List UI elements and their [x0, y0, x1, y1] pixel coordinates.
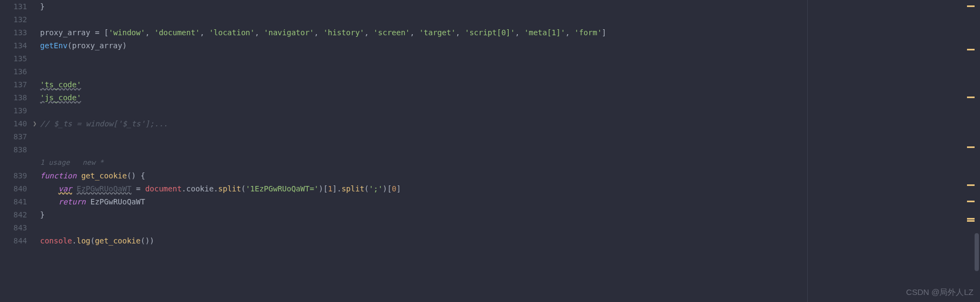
code-line[interactable] — [40, 130, 980, 143]
code-line[interactable]: proxy_array = ['window', 'document', 'lo… — [40, 26, 980, 39]
code-editor[interactable]: 1311321331341351361371381391408378388398… — [0, 0, 980, 302]
code-line[interactable] — [40, 52, 980, 65]
bracket: [ — [323, 184, 328, 193]
comma: , — [565, 28, 574, 37]
minimap-mark[interactable] — [967, 218, 975, 220]
paren: ) — [150, 236, 154, 245]
bracket: ] — [333, 184, 337, 193]
indent — [40, 197, 59, 206]
string-unused: 'js_code' — [40, 93, 81, 102]
minimap-mark[interactable] — [967, 201, 975, 202]
code-line[interactable] — [40, 104, 980, 117]
line-number: 839 — [0, 169, 27, 182]
line-number: 133 — [0, 26, 27, 39]
fold-column[interactable]: ❯ — [31, 0, 38, 302]
minimap-mark[interactable] — [967, 97, 975, 98]
dot: . — [213, 184, 218, 193]
code-line[interactable]: getEnv(proxy_array) — [40, 39, 980, 52]
fold-expand-icon[interactable]: ❯ — [31, 117, 38, 130]
line-number: 134 — [0, 39, 27, 52]
comma: , — [200, 28, 209, 37]
comma: , — [145, 28, 154, 37]
fold-cell — [31, 91, 38, 104]
minimap-mark[interactable] — [967, 49, 975, 50]
identifier: proxy_array — [40, 28, 90, 37]
string: 'history' — [323, 28, 365, 37]
code-line[interactable]: var EzPGwRUoQaWT = document.cookie.split… — [40, 182, 980, 195]
code-line[interactable] — [40, 13, 980, 26]
string: ';' — [369, 184, 382, 193]
string-unused: 'ts_code' — [40, 80, 81, 89]
code-line[interactable]: 'js_code' — [40, 91, 980, 104]
line-number: 843 — [0, 221, 27, 234]
fold-cell — [31, 13, 38, 26]
code-line[interactable]: } — [40, 0, 980, 13]
string: 'meta[1]' — [524, 28, 566, 37]
code-line[interactable]: return EzPGwRUoQaWT — [40, 195, 980, 208]
comma: , — [410, 28, 419, 37]
paren: ( — [365, 184, 369, 193]
paren: ) — [319, 184, 323, 193]
line-number: 837 — [0, 130, 27, 143]
scrollbar-thumb[interactable] — [975, 233, 979, 271]
paren: ( — [90, 236, 95, 245]
line-number: 840 — [0, 182, 27, 195]
code-line-folded[interactable]: // $_ts = window['$_ts'];... — [40, 117, 980, 130]
identifier: document — [145, 184, 181, 193]
space — [86, 197, 90, 206]
string: 'script[0]' — [465, 28, 515, 37]
space — [76, 171, 81, 180]
identifier: console — [40, 236, 72, 245]
code-line[interactable]: console.log(get_cookie()) — [40, 234, 980, 247]
function-call: get_cookie — [95, 236, 140, 245]
fold-cell — [31, 143, 38, 156]
line-number: 137 — [0, 78, 27, 91]
line-number-gutter: 1311321331341351361371381391408378388398… — [0, 0, 31, 302]
code-line[interactable] — [40, 65, 980, 78]
fold-cell — [31, 156, 38, 169]
line-number: 140 — [0, 117, 27, 130]
operator: = — [90, 28, 104, 37]
fold-cell — [31, 234, 38, 247]
keyword: var — [59, 184, 72, 193]
inlay-hint: 1 usage new * — [40, 156, 980, 169]
method: split — [341, 184, 364, 193]
code-line[interactable] — [40, 221, 980, 234]
string: 'screen' — [373, 28, 410, 37]
code-line[interactable]: 'ts_code' — [40, 78, 980, 91]
brace: } — [40, 2, 44, 11]
method: log — [76, 236, 90, 245]
code-area[interactable]: } proxy_array = ['window', 'document', '… — [38, 0, 980, 302]
string: 'document' — [154, 28, 200, 37]
string: '1EzPGwRUoQaWT=' — [245, 184, 319, 193]
paren: ) — [382, 184, 387, 193]
line-number: 841 — [0, 195, 27, 208]
string: 'location' — [209, 28, 255, 37]
comma: , — [515, 28, 524, 37]
fold-cell — [31, 221, 38, 234]
property: cookie — [186, 184, 214, 193]
line-number: 131 — [0, 0, 27, 13]
bracket: [ — [387, 184, 392, 193]
paren-brace: () { — [127, 171, 145, 180]
watermark: CSDN @局外人LZ — [906, 286, 973, 299]
keyword: function — [40, 171, 76, 180]
code-line[interactable] — [40, 143, 980, 156]
comma: , — [255, 28, 264, 37]
line-number: 132 — [0, 13, 27, 26]
identifier: EzPGwRUoQaWT — [76, 184, 131, 193]
function-call: getEnv — [40, 41, 68, 50]
fold-cell — [31, 0, 38, 13]
dot: . — [181, 184, 186, 193]
fold-cell — [31, 130, 38, 143]
minimap-mark[interactable] — [967, 5, 975, 7]
fold-cell — [31, 39, 38, 52]
line-number: 136 — [0, 65, 27, 78]
code-line[interactable]: } — [40, 208, 980, 221]
minimap-mark[interactable] — [967, 146, 975, 148]
minimap-mark[interactable] — [967, 184, 975, 186]
identifier: proxy_array — [72, 41, 122, 50]
code-line[interactable]: function get_cookie() { — [40, 169, 980, 182]
keyword: return — [59, 197, 86, 206]
bracket: ] — [602, 28, 606, 37]
